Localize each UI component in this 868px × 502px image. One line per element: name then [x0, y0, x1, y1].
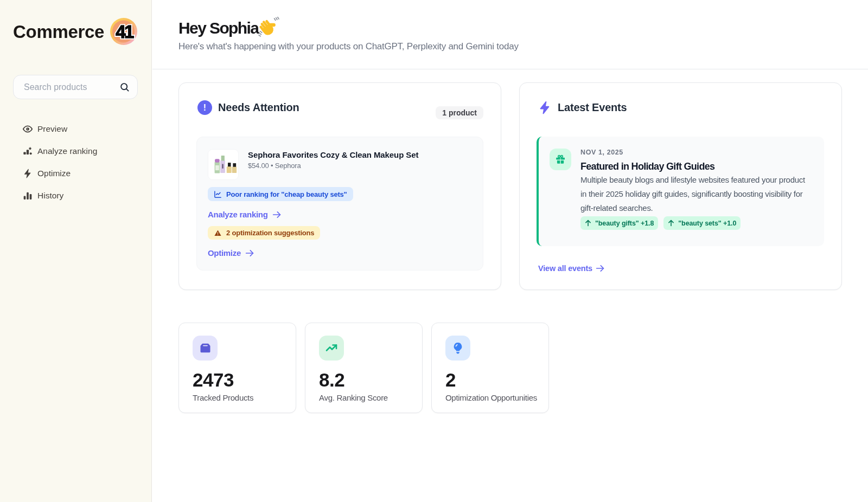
svg-text:41: 41 — [116, 22, 134, 42]
